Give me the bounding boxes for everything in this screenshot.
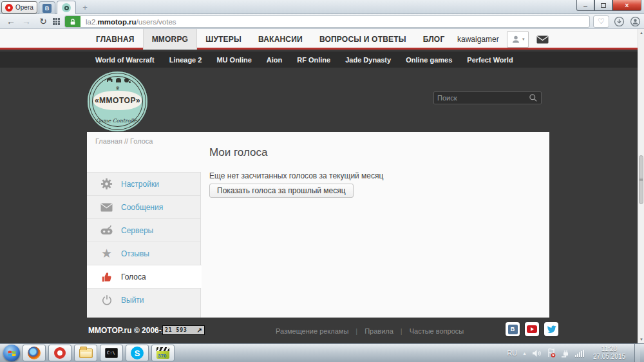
avatar-dropdown-button[interactable]: ▾ — [507, 31, 529, 48]
start-button[interactable] — [3, 345, 20, 361]
search-icon[interactable] — [529, 93, 538, 102]
mmotop-logo[interactable]: ♛ «MMOTOP» Game Controller — [88, 71, 147, 131]
nav-item-mmorpg[interactable]: MMORPG — [143, 29, 198, 50]
sidebar-label: Выйти — [121, 296, 144, 305]
subnav-online-games[interactable]: Online games — [406, 56, 452, 64]
forward-button[interactable]: → — [21, 15, 32, 27]
chevron-down-icon: ▾ — [522, 37, 525, 42]
opera-menu-label: Opera — [15, 4, 33, 11]
opera-menu-button[interactable]: Opera — [1, 1, 37, 14]
taskbar-klite-button[interactable]: 370 — [151, 345, 175, 361]
pixel-dots-icon — [124, 78, 129, 82]
page-scrollbar[interactable]: ▲ ▼ — [638, 29, 644, 343]
back-button[interactable]: ← — [5, 15, 17, 27]
taskbar-clock[interactable]: 11:28 27.05.2015 — [589, 345, 629, 361]
username-label[interactable]: kawaigamer — [457, 35, 499, 44]
page-viewport: ГЛАВНАЯ MMORPG ШУТЕРЫ ВАКАНСИИ ВОПРОСЫ И… — [0, 29, 644, 343]
show-last-month-votes-button[interactable]: Показать голоса за прошлый месяц — [209, 184, 354, 198]
sidebar-item-settings[interactable]: Настройки — [87, 172, 200, 195]
hidden-icons-caret[interactable]: ▲ — [522, 351, 527, 356]
taskbar-opera-button[interactable] — [48, 345, 71, 361]
messages-envelope-icon[interactable] — [536, 35, 549, 44]
envelope-icon — [100, 201, 113, 213]
nav-item-blog[interactable]: БЛОГ — [415, 29, 453, 50]
footer-separator: | — [355, 327, 357, 335]
sidebar-item-servers[interactable]: Серверы — [87, 218, 200, 242]
nav-item-voprosy[interactable]: ВОПРОСЫ И ОТВЕТЫ — [311, 29, 415, 50]
scroll-down-arrow[interactable]: ▼ — [638, 336, 644, 343]
nav-user-area: kawaigamer ▾ — [457, 29, 549, 50]
safely-remove-plug-icon[interactable] — [561, 349, 570, 357]
secure-lock-icon[interactable] — [65, 16, 80, 27]
nav-item-glavnaya[interactable]: ГЛАВНАЯ — [88, 29, 143, 50]
subnav-lineage2[interactable]: Lineage 2 — [169, 56, 202, 64]
sidebar-item-votes[interactable]: Голоса — [87, 265, 202, 288]
action-center-flag-icon[interactable] — [547, 348, 556, 357]
language-indicator[interactable]: RU — [507, 349, 517, 357]
subnav-wow[interactable]: World of Warcraft — [95, 56, 155, 64]
media-player-clapperboard-icon: 370 — [156, 347, 169, 359]
new-tab-button[interactable]: + — [80, 3, 90, 13]
twitter-social-button[interactable] — [544, 322, 558, 336]
subnav-perfect-world[interactable]: Perfect World — [467, 56, 513, 64]
browser-toolbar: ← → ↻ la2.mmotop.ru/users/votes ♡ — [0, 14, 644, 29]
footer-link-advertising[interactable]: Размещение рекламы — [276, 327, 348, 335]
youtube-social-button[interactable] — [525, 322, 539, 336]
subnav-mu-online[interactable]: MU Online — [216, 56, 251, 64]
bookmark-heart-icon[interactable]: ♡ — [593, 15, 609, 28]
content-panel: Главная // Голоса Настройки Сообщения — [87, 132, 549, 318]
sidebar-item-reviews[interactable]: ★ Отзывы — [87, 242, 200, 265]
tab-vk[interactable]: B — [39, 1, 55, 14]
close-button[interactable]: × — [612, 0, 641, 11]
network-signal-icon[interactable] — [575, 350, 584, 357]
avatar-icon — [511, 34, 521, 44]
counter-arrow-icon: ↗ — [197, 327, 202, 334]
pacman-ghost-icon — [116, 78, 121, 82]
subnav-jade-dynasty[interactable]: Jade Dynasty — [345, 56, 391, 64]
terminal-icon: C:\ — [105, 348, 118, 358]
tab-mmotop-active[interactable] — [57, 1, 76, 14]
downloads-icon[interactable] — [614, 16, 625, 27]
footer-links: Размещение рекламы | Правила | Частые во… — [276, 327, 464, 335]
folder-icon — [79, 348, 93, 358]
sidebar-label: Сообщения — [121, 203, 163, 212]
speed-dial-icon[interactable] — [53, 18, 60, 25]
maximize-button[interactable] — [594, 0, 612, 11]
nav-item-shutery[interactable]: ШУТЕРЫ — [197, 29, 250, 50]
page-title: Мои голоса — [209, 146, 267, 159]
nav-item-vakansii[interactable]: ВАКАНСИИ — [250, 29, 311, 50]
taskbar-cmd-button[interactable]: C:\ — [100, 345, 123, 361]
skype-icon: S — [131, 347, 144, 359]
maximize-icon — [601, 3, 606, 8]
crown-icon: ♛ — [88, 86, 147, 91]
account-icon[interactable] — [630, 16, 641, 27]
breadcrumb[interactable]: Главная // Голоса — [95, 137, 153, 145]
windows-taskbar: C:\ S 370 RU ▲ 11:28 27.05.2015 — [0, 343, 644, 362]
minimize-button[interactable]: _ — [576, 0, 594, 11]
social-buttons: B — [506, 322, 558, 336]
reload-button[interactable]: ↻ — [37, 15, 49, 27]
sidebar-item-messages[interactable]: Сообщения — [87, 195, 200, 218]
star-icon: ★ — [100, 247, 113, 260]
show-desktop-button[interactable] — [634, 344, 640, 362]
scroll-up-arrow[interactable]: ▲ — [638, 29, 644, 37]
taskbar-firefox-button[interactable] — [23, 345, 46, 361]
main-nav-items: ГЛАВНАЯ MMORPG ШУТЕРЫ ВАКАНСИИ ВОПРОСЫ И… — [88, 29, 453, 50]
visitor-counter-badge[interactable]: 21 593 ↗ — [162, 325, 205, 335]
subnav-aion[interactable]: Aion — [267, 56, 282, 64]
subnav-rf-online[interactable]: RF Online — [297, 56, 330, 64]
taskbar-explorer-button[interactable] — [74, 345, 97, 361]
volume-icon[interactable] — [532, 349, 542, 357]
footer-link-faq[interactable]: Частые вопросы — [410, 327, 464, 335]
footer-link-rules[interactable]: Правила — [365, 327, 393, 335]
games-subnav: World of Warcraft Lineage 2 MU Online Ai… — [0, 52, 638, 68]
taskbar-skype-button[interactable]: S — [126, 345, 149, 361]
vk-social-button[interactable]: B — [506, 322, 520, 336]
youtube-icon — [527, 325, 537, 333]
sidebar-item-logout[interactable]: Выйти — [87, 288, 200, 311]
scrollbar-thumb[interactable] — [639, 155, 643, 204]
power-icon — [100, 294, 113, 306]
address-bar[interactable]: la2.mmotop.ru/users/votes — [64, 15, 590, 28]
url-text: la2.mmotop.ru/users/votes — [86, 18, 176, 26]
search-input[interactable] — [437, 94, 529, 102]
